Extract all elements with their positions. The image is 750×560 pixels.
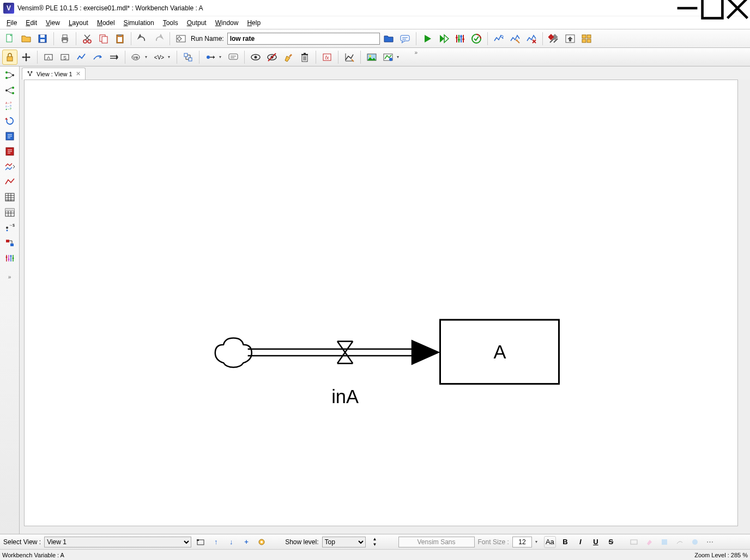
strike-button[interactable]: S (605, 536, 617, 548)
image-button[interactable] (364, 50, 379, 65)
highlight-button[interactable] (281, 50, 296, 65)
reference-mode-button[interactable] (342, 50, 357, 65)
delete-button[interactable] (297, 50, 312, 65)
variable-tool-button[interactable]: A (41, 50, 56, 65)
options-button[interactable] (546, 31, 561, 46)
runs-compare2-button[interactable] (2, 236, 17, 249)
new-file-button[interactable] (2, 31, 17, 46)
font-size-input[interactable] (512, 537, 532, 547)
build-graph-button[interactable] (491, 31, 506, 46)
flow-tool-button[interactable] (106, 50, 122, 65)
table-button[interactable] (2, 191, 17, 204)
level-up-button[interactable]: ▲ (369, 537, 381, 542)
more-button[interactable]: ⋯ (704, 536, 716, 548)
prev-view-button[interactable]: ↑ (210, 536, 222, 548)
loop-button[interactable] (2, 114, 17, 127)
open-file-button[interactable] (19, 31, 34, 46)
copy-button[interactable] (96, 31, 111, 46)
behavior-button[interactable] (380, 50, 396, 65)
uses-tree-button[interactable] (2, 84, 17, 97)
run-button[interactable] (420, 31, 435, 46)
undo-button[interactable] (135, 31, 150, 46)
italic-button[interactable]: I (574, 536, 586, 548)
save-file-button[interactable] (35, 31, 50, 46)
table-time-button[interactable] (2, 206, 17, 219)
menu-window[interactable]: Window (211, 18, 243, 28)
text-color-button[interactable] (689, 536, 701, 548)
box-variable-tool-button[interactable]: S (57, 50, 72, 65)
arrow-tool-button[interactable] (90, 50, 105, 65)
expand-button[interactable]: » (2, 270, 17, 283)
box-style-button[interactable] (628, 536, 640, 548)
run-synthesim-button[interactable] (436, 31, 451, 46)
line-color-button[interactable] (658, 536, 670, 548)
print-button[interactable] (57, 31, 72, 46)
cut-button[interactable] (80, 31, 95, 46)
select-view-dropdown[interactable]: View 1 (44, 537, 191, 547)
move-tool-button[interactable] (19, 50, 34, 65)
redo-button[interactable] (151, 31, 166, 46)
bold-button[interactable]: B (559, 536, 571, 548)
hide-button[interactable] (264, 50, 280, 65)
shadow-variable-button[interactable]: <V> (152, 50, 167, 65)
loops-button[interactable]: A→?□→?●→? (2, 99, 17, 112)
input-output-button[interactable] (203, 50, 218, 65)
menu-simulation[interactable]: Simulation (119, 18, 159, 28)
font-name-input[interactable] (398, 537, 475, 547)
comment-tool-button[interactable] (226, 50, 241, 65)
show-level-dropdown[interactable]: Top (322, 537, 366, 547)
dropdown-icon[interactable]: ▾ (535, 539, 541, 544)
dropdown-icon[interactable]: ▾ (168, 54, 173, 59)
dropdown-icon[interactable]: ▾ (397, 54, 402, 59)
level-down-button[interactable]: ▼ (369, 542, 381, 547)
stats-button[interactable] (2, 252, 17, 265)
menu-edit[interactable]: Edit (21, 18, 41, 28)
home-view-button[interactable] (195, 536, 207, 548)
rate-tool-button[interactable] (74, 50, 89, 65)
menu-output[interactable]: Output (183, 18, 211, 28)
unhide-button[interactable] (248, 50, 263, 65)
vertical-scrollbar[interactable] (740, 80, 748, 526)
add-view-button[interactable]: + (240, 536, 252, 548)
document-button[interactable] (2, 130, 17, 143)
delete-graph-button[interactable] (524, 31, 539, 46)
lock-tool-button[interactable] (2, 50, 17, 65)
synthesim-button[interactable] (452, 31, 468, 46)
equation-button[interactable]: fx (319, 50, 335, 65)
model-variable-button[interactable]: V⊕ (129, 50, 144, 65)
underline-button[interactable]: U (590, 536, 602, 548)
next-view-button[interactable]: ↓ (225, 536, 237, 548)
view-tab[interactable]: View : View 1 ✕ (22, 68, 86, 80)
case-button[interactable]: Aa (544, 536, 556, 548)
maximize-button[interactable] (700, 0, 725, 16)
comment-button[interactable] (397, 31, 413, 46)
menu-model[interactable]: Model (93, 18, 119, 28)
causes-tree-button[interactable] (2, 69, 17, 82)
menu-help[interactable]: Help (243, 18, 265, 28)
graph-button[interactable] (2, 175, 17, 188)
edit-graph-button[interactable] (507, 31, 523, 46)
paste-button[interactable] (112, 31, 128, 46)
menu-tools[interactable]: Tools (159, 18, 183, 28)
arrow-style-button[interactable] (674, 536, 686, 548)
dropdown-icon[interactable]: ▾ (145, 54, 150, 59)
fill-color-button[interactable] (643, 536, 655, 548)
merge-tool-button[interactable] (180, 50, 196, 65)
dropdown-icon[interactable]: ▾ (219, 54, 225, 59)
menu-layout[interactable]: Layout (64, 18, 93, 28)
causes-strip-button[interactable] (2, 160, 17, 173)
open-run-button[interactable] (381, 31, 396, 46)
output-window-button[interactable] (562, 31, 578, 46)
document-all-button[interactable] (2, 145, 17, 158)
view-settings-button[interactable] (256, 536, 268, 548)
runs-compare-button[interactable]: →$ (2, 221, 17, 234)
sim-setup-button[interactable] (173, 31, 189, 46)
menu-view[interactable]: View (41, 18, 64, 28)
control-panel-button[interactable] (579, 31, 594, 46)
diagram-canvas[interactable]: A inA (24, 80, 738, 526)
menu-file[interactable]: File (2, 18, 21, 28)
close-icon[interactable]: ✕ (76, 70, 81, 77)
close-button[interactable] (725, 0, 750, 16)
horizontal-scrollbar[interactable] (22, 526, 748, 534)
minimize-button[interactable] (675, 0, 700, 16)
